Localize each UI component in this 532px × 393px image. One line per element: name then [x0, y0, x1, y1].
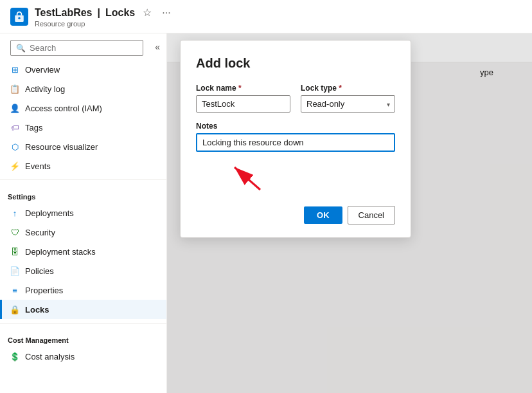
sidebar-item-policies[interactable]: 📄 Policies	[0, 261, 166, 280]
policies-icon: 📄	[10, 266, 20, 276]
sidebar-item-label: Resource visualizer	[25, 142, 98, 152]
events-icon: ⚡	[10, 161, 20, 171]
top-header: TestLabRes | Locks ☆ ··· Resource group	[0, 0, 532, 33]
search-input[interactable]	[30, 43, 137, 53]
sidebar-item-label: Activity log	[25, 84, 65, 94]
tags-icon: 🏷	[10, 122, 20, 133]
locks-icon: 🔒	[10, 304, 20, 315]
favorite-button[interactable]: ☆	[140, 5, 154, 20]
sidebar-item-label: Security	[25, 228, 55, 237]
main-area: 🔍 « ⊞ Overview 📋 Activity log 👤 Access c…	[0, 33, 532, 393]
page-name: Locks	[105, 7, 135, 19]
resource-name: TestLabRes	[35, 7, 93, 19]
sidebar-item-label: Access control (IAM)	[25, 104, 102, 113]
sidebar-item-access-control[interactable]: 👤 Access control (IAM)	[0, 98, 166, 118]
sidebar-item-label: Events	[25, 161, 51, 171]
ok-button[interactable]: OK	[304, 206, 342, 224]
sidebar-item-overview[interactable]: ⊞ Overview	[0, 60, 166, 79]
access-control-icon: 👤	[10, 103, 20, 113]
lock-type-select[interactable]: Read-only Delete	[301, 95, 395, 113]
notes-input[interactable]	[196, 133, 395, 152]
more-options-button[interactable]: ···	[159, 6, 173, 20]
visualizer-icon: ⬡	[10, 142, 20, 152]
form-row-lock-info: Lock name * Lock type * Read-only	[196, 84, 395, 113]
settings-section-label: Settings	[0, 184, 166, 203]
sidebar-item-label: Overview	[25, 65, 60, 75]
dialog-buttons: OK Cancel	[196, 206, 395, 224]
sidebar: 🔍 « ⊞ Overview 📋 Activity log 👤 Access c…	[0, 33, 167, 393]
lock-name-input[interactable]	[196, 95, 290, 113]
collapse-sidebar-button[interactable]: «	[152, 39, 163, 55]
dialog-title: Add lock	[196, 56, 395, 71]
sidebar-item-label: Properties	[25, 286, 63, 295]
form-group-notes: Notes	[196, 122, 395, 152]
overview-icon: ⊞	[10, 64, 20, 75]
sidebar-item-resource-visualizer[interactable]: ⬡ Resource visualizer	[0, 137, 166, 156]
arrow-annotation	[209, 154, 286, 193]
sidebar-item-label: Deployments	[25, 208, 74, 218]
sidebar-item-events[interactable]: ⚡ Events	[0, 156, 166, 176]
cost-analysis-icon: 💲	[10, 351, 20, 361]
resource-type-label: Resource group	[35, 20, 173, 28]
security-icon: 🛡	[10, 227, 20, 237]
sidebar-item-label: Deployment stacks	[25, 247, 96, 257]
sidebar-item-security[interactable]: 🛡 Security	[0, 223, 166, 242]
form-col-lock-type: Lock type * Read-only Delete ▾	[301, 84, 395, 113]
search-box[interactable]: 🔍	[10, 40, 143, 56]
lock-type-label: Lock type *	[301, 84, 395, 93]
sidebar-item-locks[interactable]: 🔒 Locks	[0, 300, 166, 319]
sidebar-item-properties[interactable]: ≡ Properties	[0, 280, 166, 300]
sidebar-item-label: Policies	[25, 266, 54, 276]
header-title-group: TestLabRes | Locks ☆ ··· Resource group	[35, 5, 173, 28]
activity-log-icon: 📋	[10, 84, 20, 94]
sidebar-item-deployment-stacks[interactable]: 🗄 Deployment stacks	[0, 242, 166, 261]
svg-point-1	[18, 17, 20, 19]
sidebar-divider-2	[0, 323, 166, 324]
cancel-button[interactable]: Cancel	[348, 206, 395, 224]
add-lock-dialog: Add lock Lock name * Lock type *	[180, 40, 411, 238]
deployment-stacks-icon: 🗄	[10, 246, 20, 257]
required-star: *	[238, 84, 242, 93]
cost-section-label: Cost Management	[0, 327, 166, 347]
search-icon: 🔍	[16, 44, 26, 53]
content-area: ＋ Add 🔒 Subscription ↻ Refresh 😊 Feedbac…	[167, 33, 532, 393]
sidebar-item-tags[interactable]: 🏷 Tags	[0, 118, 166, 137]
deployments-icon: ↑	[10, 208, 20, 218]
sidebar-item-label: Cost analysis	[25, 352, 75, 361]
arrow-annotation-area	[196, 161, 395, 193]
sidebar-item-label: Tags	[25, 123, 42, 133]
dialog-overlay: Add lock Lock name * Lock type *	[167, 33, 532, 393]
sidebar-item-deployments[interactable]: ↑ Deployments	[0, 203, 166, 223]
notes-label: Notes	[196, 122, 395, 131]
svg-line-3	[235, 167, 260, 190]
sidebar-item-label: Locks	[25, 305, 49, 315]
page-title: TestLabRes | Locks ☆ ···	[35, 5, 173, 20]
sidebar-item-cost-analysis[interactable]: 💲 Cost analysis	[0, 347, 166, 366]
lock-name-label: Lock name *	[196, 84, 290, 93]
lock-type-select-wrapper: Read-only Delete ▾	[301, 95, 395, 113]
sidebar-item-activity-log[interactable]: 📋 Activity log	[0, 79, 166, 98]
properties-icon: ≡	[10, 285, 20, 295]
sidebar-divider-1	[0, 179, 166, 180]
form-col-lock-name: Lock name *	[196, 84, 290, 113]
resource-icon	[10, 8, 28, 26]
required-star-type: *	[339, 84, 342, 93]
